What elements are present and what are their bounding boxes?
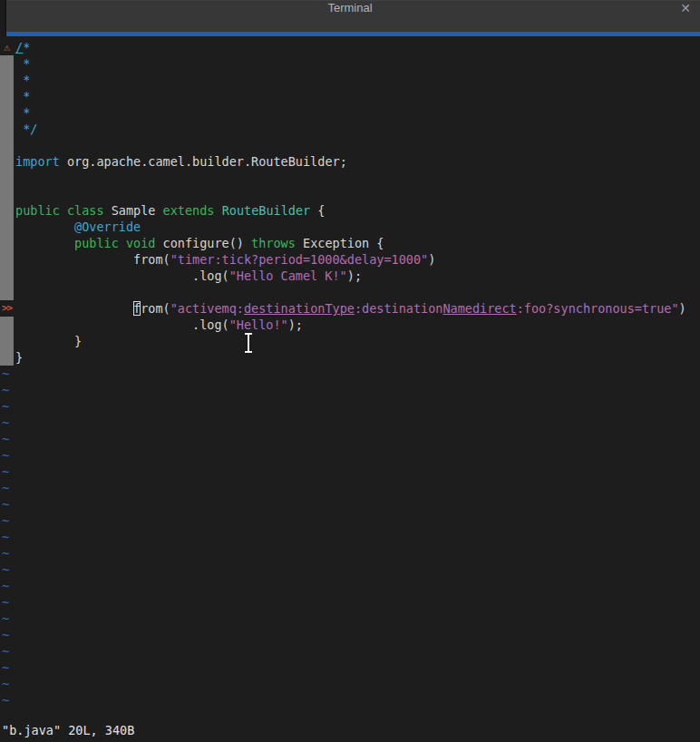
empty-line-tilde: ~ — [0, 513, 700, 529]
code-line[interactable]: .log("Hello Camel K!"); — [0, 268, 700, 284]
code-line[interactable] — [0, 284, 700, 300]
empty-line-tilde: ~ — [0, 529, 700, 545]
code-text — [14, 170, 15, 186]
code-line[interactable]: * — [0, 55, 700, 72]
empty-line-tilde: ~ — [0, 431, 700, 447]
gutter-cell — [0, 268, 14, 284]
empty-line-tilde: ~ — [0, 643, 700, 659]
code-text: * — [14, 55, 30, 72]
gutter-cell — [0, 137, 14, 153]
empty-line-tilde: ~ — [0, 627, 700, 643]
code-line[interactable]: } — [0, 349, 700, 366]
empty-line-tilde: ~ — [0, 366, 700, 382]
empty-line-tilde: ~ — [0, 398, 700, 415]
empty-line-tilde: ~ — [0, 676, 700, 692]
gutter-cell — [0, 186, 14, 202]
empty-line-tilde: ~ — [0, 382, 700, 398]
empty-line-tilde: ~ — [0, 480, 700, 496]
mouse-cursor-ibeam — [242, 332, 255, 354]
empty-line-tilde: ~ — [0, 496, 700, 513]
code-line[interactable]: .log("Hello!"); — [0, 317, 700, 333]
empty-line-tilde: ~ — [0, 415, 700, 431]
code-line[interactable] — [0, 186, 700, 202]
code-line[interactable] — [0, 137, 700, 153]
code-text: /* — [14, 39, 30, 55]
empty-line-tilde: ~ — [0, 578, 700, 594]
code-text: from("timer:tick?period=1000&delay=1000"… — [14, 251, 435, 268]
terminal-window: Terminal ✕ ⚠/* * * * * */import org.apac… — [0, 0, 700, 742]
alert-sign-icon: >> — [0, 300, 14, 317]
gutter-cell — [0, 349, 14, 366]
gutter-cell — [0, 219, 14, 235]
code-line[interactable]: public void configure() throws Exception… — [0, 235, 700, 251]
gutter-cell — [0, 333, 14, 349]
gutter-cell — [0, 72, 14, 88]
titlebar-left-strip — [0, 0, 6, 36]
empty-line-tilde: ~ — [0, 692, 700, 708]
code-line[interactable]: * — [0, 72, 700, 88]
code-text: * — [14, 104, 30, 121]
code-line[interactable]: * — [0, 88, 700, 104]
gutter-cell — [0, 88, 14, 104]
warning-sign-icon: ⚠ — [0, 39, 14, 55]
empty-line-tilde: ~ — [0, 659, 700, 676]
empty-line-tilde: ~ — [0, 447, 700, 464]
code-line[interactable]: ⚠/* — [0, 39, 700, 55]
code-text — [14, 284, 15, 300]
code-line[interactable] — [0, 170, 700, 186]
gutter-cell — [0, 153, 14, 170]
code-text: * — [14, 88, 30, 104]
code-line[interactable]: @Override — [0, 219, 700, 235]
code-line[interactable]: import org.apache.camel.builder.RouteBui… — [0, 153, 700, 170]
code-line[interactable]: * — [0, 104, 700, 121]
code-text: public class Sample extends RouteBuilder… — [14, 202, 325, 219]
empty-line-tilde: ~ — [0, 464, 700, 480]
empty-line-tilde: ~ — [0, 545, 700, 561]
code-text: * — [14, 72, 30, 88]
gutter-cell — [0, 235, 14, 251]
code-text: } — [14, 349, 23, 366]
code-text: .log("Hello Camel K!"); — [14, 268, 362, 284]
code-text: public void configure() throws Exception… — [14, 235, 384, 251]
code-text: } — [14, 333, 82, 349]
code-text: @Override — [14, 219, 141, 235]
code-line[interactable]: >> from("activemq:destinationType:destin… — [0, 300, 700, 317]
gutter-cell — [0, 121, 14, 137]
code-area: ⚠/* * * * * */import org.apache.camel.bu… — [0, 39, 700, 708]
empty-line-tilde: ~ — [0, 610, 700, 627]
gutter-cell — [0, 317, 14, 333]
close-icon[interactable]: ✕ — [680, 1, 691, 33]
gutter-cell — [0, 170, 14, 186]
gutter-cell — [0, 284, 14, 300]
empty-line-tilde: ~ — [0, 561, 700, 578]
vim-block-cursor: f — [133, 301, 141, 316]
empty-line-tilde: ~ — [0, 594, 700, 610]
code-line[interactable]: public class Sample extends RouteBuilder… — [0, 202, 700, 219]
code-text: .log("Hello!"); — [14, 317, 303, 333]
code-text: import org.apache.camel.builder.RouteBui… — [14, 153, 347, 170]
editor-area[interactable]: ⚠/* * * * * */import org.apache.camel.bu… — [0, 36, 700, 742]
gutter-cell — [0, 104, 14, 121]
code-text — [14, 186, 15, 202]
vim-status-line: "b.java" 20L, 340B — [2, 722, 134, 738]
titlebar[interactable]: Terminal ✕ — [0, 0, 700, 32]
code-text: from("activemq:destinationType:destinati… — [14, 300, 686, 317]
code-text: */ — [14, 121, 37, 137]
code-line[interactable]: } — [0, 333, 700, 349]
window-title: Terminal — [0, 1, 700, 33]
gutter-cell — [0, 202, 14, 219]
code-line[interactable]: */ — [0, 121, 700, 137]
gutter-cell — [0, 55, 14, 72]
gutter-cell — [0, 251, 14, 268]
code-text — [14, 137, 15, 153]
code-line[interactable]: from("timer:tick?period=1000&delay=1000"… — [0, 251, 700, 268]
